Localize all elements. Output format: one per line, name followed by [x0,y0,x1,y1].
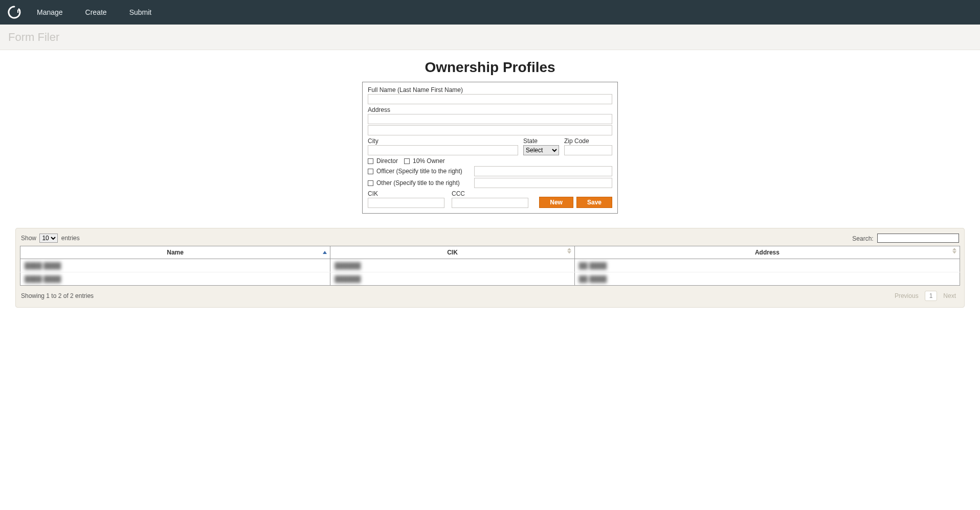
director-label: Director [376,157,398,165]
new-button[interactable]: New [539,197,573,208]
address-label: Address [368,106,612,113]
cell-name: ████ ████ [25,262,61,269]
cik-label: CIK [368,190,444,197]
cell-cik: ██████ [335,262,361,269]
officer-title-input[interactable] [474,166,612,176]
cell-address: ██ ████ [579,262,607,269]
cell-name: ████ ████ [25,275,61,283]
cell-address: ██ ████ [579,275,607,283]
zip-label: Zip Code [564,137,612,145]
officer-checkbox[interactable] [368,169,373,174]
other-title-input[interactable] [474,178,612,188]
city-input[interactable] [368,145,518,155]
nav-create[interactable]: Create [85,8,107,16]
col-name[interactable]: Name [20,246,330,259]
top-nav: Manage Create Submit [0,0,980,25]
address2-input[interactable] [368,125,612,135]
state-select[interactable]: Select [523,145,559,155]
save-button[interactable]: Save [576,197,612,208]
address1-input[interactable] [368,114,612,124]
profiles-table: Name CIK Address ████ ████ ██████ ██ ███… [20,246,960,286]
search-label: Search: [852,235,873,242]
app-logo [4,2,25,22]
ten-owner-label: 10% Owner [413,157,445,165]
pager-previous[interactable]: Previous [892,291,922,300]
other-checkbox[interactable] [368,180,373,186]
length-select[interactable]: 10 [39,234,58,243]
sub-header: Form Filer [0,25,980,50]
cell-cik: ██████ [335,275,361,283]
full-name-input[interactable] [368,94,612,104]
length-prefix: Show [21,235,36,242]
city-label: City [368,137,518,145]
pager-page-1[interactable]: 1 [925,291,938,301]
profiles-table-panel: Show 10 entries Search: Name CIK Address… [15,228,965,308]
page-title: Ownership Profiles [0,59,980,76]
officer-label: Officer (Specify title to the right) [376,168,462,175]
search-input[interactable] [877,234,959,243]
nav-submit[interactable]: Submit [129,8,152,16]
cik-input[interactable] [368,198,444,208]
ten-owner-checkbox[interactable] [404,158,410,164]
ccc-label: CCC [452,190,528,197]
table-row[interactable]: ████ ████ ██████ ██ ████ [20,259,960,272]
state-label: State [523,137,559,145]
zip-input[interactable] [564,145,612,155]
pager-next[interactable]: Next [940,291,959,300]
svg-rect-1 [19,10,20,13]
table-pager: Previous 1 Next [892,291,959,301]
logo-icon [7,5,21,19]
table-info: Showing 1 to 2 of 2 entries [21,292,94,299]
table-row[interactable]: ████ ████ ██████ ██ ████ [20,272,960,286]
other-label: Other (Specify title to the right) [376,179,460,187]
profile-form: Full Name (Last Name First Name) Address… [362,82,618,214]
full-name-label: Full Name (Last Name First Name) [368,86,612,94]
ccc-input[interactable] [452,198,528,208]
table-length-control: Show 10 entries [21,234,80,243]
table-search: Search: [852,234,959,243]
svg-rect-0 [17,10,18,13]
length-suffix: entries [61,235,80,242]
col-address[interactable]: Address [574,246,960,259]
app-title: Form Filer [8,31,59,44]
col-cik[interactable]: CIK [330,246,575,259]
nav-manage[interactable]: Manage [37,8,63,16]
director-checkbox[interactable] [368,158,373,164]
